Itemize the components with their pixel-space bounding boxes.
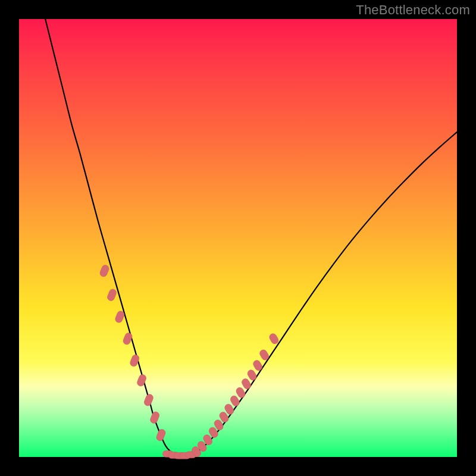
curve-marker-left bbox=[99, 264, 110, 278]
curve-marker-left bbox=[107, 288, 118, 302]
curve-marker-left bbox=[155, 428, 167, 442]
curve-markers bbox=[99, 264, 280, 459]
curve-marker-left bbox=[129, 354, 140, 368]
curve-marker-left bbox=[122, 332, 133, 346]
curve-marker-left bbox=[149, 411, 161, 424]
watermark-text: TheBottleneck.com bbox=[356, 2, 470, 18]
curve-marker-left bbox=[143, 393, 155, 407]
chart-frame: TheBottleneck.com bbox=[0, 0, 476, 476]
chart-overlay bbox=[19, 19, 457, 457]
curve-marker-right bbox=[268, 332, 280, 345]
bottleneck-curve bbox=[45, 19, 457, 457]
